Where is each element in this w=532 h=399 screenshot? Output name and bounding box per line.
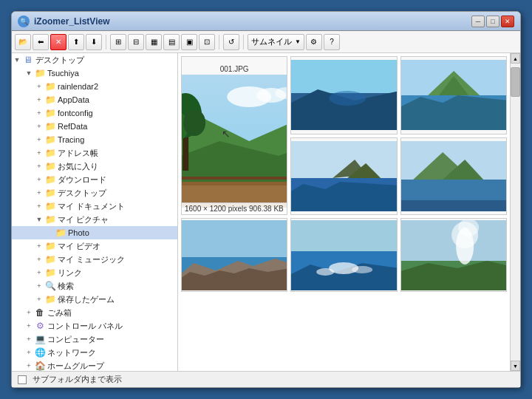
tree-item-rainlendar[interactable]: + 📁 rainlendar2	[12, 80, 177, 93]
thumbnail-7[interactable]	[290, 218, 397, 292]
expand-icon: +	[34, 241, 44, 251]
settings-button[interactable]: ⚙	[306, 34, 322, 50]
folder-icon: 📁	[44, 267, 56, 279]
tree-item-mydocs[interactable]: + 📁 マイ ドキュメント	[12, 200, 177, 213]
tree-item-downloads[interactable]: + 📁 ダウンロード	[12, 173, 177, 186]
folder-icon: 📁	[44, 160, 56, 172]
trash-icon: 🗑	[34, 307, 46, 318]
thumbnail-8[interactable]	[400, 218, 507, 292]
folder-icon: 📁	[44, 120, 56, 132]
tree-label: マイ ピクチャ	[58, 214, 109, 225]
help-button[interactable]: ?	[324, 34, 340, 50]
rotate-button[interactable]: ↺	[223, 34, 239, 50]
expand-icon: +	[24, 321, 34, 331]
folder-icon: 📁	[44, 147, 56, 159]
scene-svg-3	[401, 60, 506, 130]
stop-button[interactable]: ✕	[50, 34, 66, 50]
main-panel-area: 001.JPG	[178, 53, 520, 371]
folder-icon: 📁	[44, 94, 56, 106]
tree-item-tracing[interactable]: + 📁 Tracing	[12, 133, 177, 146]
svg-marker-21	[401, 95, 506, 130]
folder-icon: 📁	[44, 134, 56, 146]
thumbnail-4[interactable]	[290, 137, 397, 216]
tree-label: rainlendar2	[58, 82, 98, 91]
tree-label: 保存したゲーム	[58, 294, 115, 305]
tree-label: AppData	[58, 95, 89, 104]
back-button[interactable]: ⬅	[33, 34, 49, 50]
content-area: ▼ 🖥 デスクトップ ▼ 📁 Tsuchiya + 📁 rainlendar2 …	[12, 53, 520, 371]
tree-label: デスクトップ	[35, 55, 84, 66]
thumbnail-3[interactable]	[400, 56, 507, 134]
tree-item-links[interactable]: + 📁 リンク	[12, 266, 177, 279]
window-controls: ─ □ ✕	[471, 16, 514, 27]
tree-label: Tsuchiya	[47, 69, 79, 78]
folder-icon: 📁	[34, 67, 46, 79]
folder-icon: 📁	[44, 187, 56, 199]
tree-item-homegroup[interactable]: + 🏠 ホームグループ	[12, 359, 177, 371]
tree-item-fontconfig[interactable]: + 📁 fontconfig	[12, 106, 177, 120]
view-mode-4[interactable]: ▤	[163, 34, 180, 50]
scene-svg-4	[291, 141, 396, 211]
expand-icon: +	[34, 294, 44, 304]
view-mode-3[interactable]: ▦	[146, 34, 162, 50]
close-button[interactable]: ✕	[501, 16, 514, 27]
folder-icon: 📁	[44, 107, 56, 119]
controlpanel-icon: ⚙	[34, 320, 46, 332]
tree-item-controlpanel[interactable]: + ⚙ コントロール パネル	[12, 319, 177, 332]
tree-item-search[interactable]: + 🔍 検索	[12, 279, 177, 293]
tree-item-savedgames[interactable]: + 📁 保存したゲーム	[12, 293, 177, 306]
scroll-thumb[interactable]	[511, 67, 520, 97]
vertical-scrollbar: ▲ ▼	[510, 53, 520, 371]
view-mode-1[interactable]: ⊞	[110, 34, 126, 50]
view-mode-2[interactable]: ⊟	[128, 34, 144, 50]
tree-item-desktop2[interactable]: + 📁 デスクトップ	[12, 186, 177, 200]
view-dropdown[interactable]: サムネイル ▼	[248, 34, 304, 50]
subfolder-checkbox[interactable]	[18, 375, 27, 384]
maximize-button[interactable]: □	[486, 16, 499, 27]
expand-icon: +	[34, 108, 44, 118]
tree-item-myvideo[interactable]: + 📁 マイ ビデオ	[12, 239, 177, 253]
toolbar-separator-1	[106, 35, 106, 50]
scroll-track[interactable]	[511, 64, 520, 361]
tree-item-photo[interactable]: 📁 Photo	[12, 226, 177, 239]
tree-item-address[interactable]: + 📁 アドレス帳	[12, 146, 177, 160]
minimize-button[interactable]: ─	[471, 16, 485, 27]
title-bar: 🔍 iZoomer_ListView ─ □ ✕	[12, 12, 520, 31]
view-mode-6[interactable]: ⊡	[199, 34, 215, 50]
svg-point-40	[316, 268, 334, 276]
scroll-down-button[interactable]: ▼	[511, 361, 520, 371]
tree-item-computer[interactable]: + 💻 コンピューター	[12, 332, 177, 346]
tree-item-network[interactable]: + 🌐 ネットワーク	[12, 346, 177, 359]
scroll-up-button[interactable]: ▲	[511, 53, 520, 64]
view-mode-5[interactable]: ▣	[181, 34, 197, 50]
expand-icon: ▼	[34, 214, 44, 225]
thumbnail-2[interactable]	[290, 56, 397, 134]
tree-item-trash[interactable]: + 🗑 ごみ箱	[12, 306, 177, 319]
thumbnail-5[interactable]	[400, 137, 507, 216]
tree-item-refdata[interactable]: + 📁 RefData	[12, 120, 177, 133]
tree-item-appdata[interactable]: + 📁 AppData	[12, 93, 177, 106]
thumbnail-6[interactable]	[181, 218, 287, 292]
expand-icon: +	[34, 148, 44, 158]
tree-item-desktop[interactable]: ▼ 🖥 デスクトップ	[12, 53, 177, 66]
open-folder-button[interactable]: 📂	[15, 34, 31, 50]
network-icon: 🌐	[34, 347, 46, 358]
tree-item-mypictures[interactable]: ▼ 📁 マイ ピクチャ	[12, 213, 177, 226]
tree-item-mymusic[interactable]: + 📁 マイ ミュージック	[12, 253, 177, 266]
folder-icon: 📁	[44, 200, 56, 212]
folder-icon: 📁	[44, 253, 56, 265]
svg-marker-26	[291, 182, 396, 211]
tree-item-tsuchiya[interactable]: ▼ 📁 Tsuchiya	[12, 66, 177, 80]
folder-icon: 📁	[44, 81, 56, 92]
toolbar-separator-3	[243, 35, 244, 50]
tree-label: Photo	[68, 228, 89, 237]
tree-item-favorites[interactable]: + 📁 お気に入り	[12, 160, 177, 173]
prev-button[interactable]: ⬆	[68, 34, 84, 50]
folder-icon: 📁	[44, 293, 56, 305]
svg-point-16	[329, 91, 366, 106]
file-tree: ▼ 🖥 デスクトップ ▼ 📁 Tsuchiya + 📁 rainlendar2 …	[12, 53, 178, 371]
thumbnail-001[interactable]: 001.JPG	[181, 56, 287, 215]
expand-icon: ▼	[12, 55, 22, 65]
next-button[interactable]: ⬇	[86, 34, 102, 50]
thumb-label-001: 001.JPG	[219, 64, 250, 75]
